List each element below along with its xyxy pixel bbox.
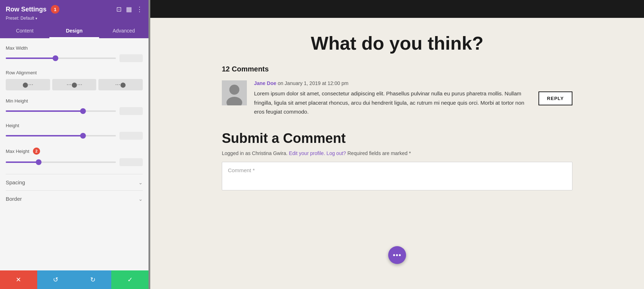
min-height-label: Min Height bbox=[6, 98, 143, 104]
tabs-bar: Content Design Advanced bbox=[0, 24, 148, 38]
max-height-thumb[interactable] bbox=[36, 159, 42, 165]
preset-chevron[interactable]: ▾ bbox=[35, 16, 37, 20]
comment-meta: Jane Doe on January 1, 2019 at 12:00 pm bbox=[254, 80, 531, 86]
height-label: Height bbox=[6, 123, 143, 128]
spacing-label: Spacing bbox=[6, 179, 25, 185]
submit-comment-title: Submit a Comment bbox=[222, 131, 572, 146]
height-value[interactable]: auto bbox=[119, 132, 143, 140]
alignment-buttons: ⬤⋯ ⋯⬤⋯ ⋯⬤ bbox=[6, 79, 143, 90]
height-fill bbox=[6, 135, 83, 136]
reply-button[interactable]: REPLY bbox=[538, 91, 572, 105]
height-thumb[interactable] bbox=[80, 133, 86, 139]
fab-button[interactable]: ••• bbox=[388, 246, 406, 264]
min-height-section: Min Height auto bbox=[6, 98, 143, 115]
max-height-slider-row: 500px bbox=[6, 158, 143, 166]
min-height-value[interactable]: auto bbox=[119, 107, 143, 115]
max-width-slider-row: 1080px bbox=[6, 54, 143, 62]
max-height-track[interactable] bbox=[6, 161, 116, 163]
redo-icon: ↻ bbox=[90, 276, 96, 284]
required-text: Required fields are marked * bbox=[347, 150, 411, 156]
comment-block: Jane Doe on January 1, 2019 at 12:00 pm … bbox=[222, 80, 572, 116]
redo-button[interactable]: ↻ bbox=[74, 270, 112, 289]
align-left-button[interactable]: ⬤⋯ bbox=[6, 79, 50, 90]
preset-label: Preset: Default ▾ bbox=[6, 16, 143, 21]
svg-point-1 bbox=[229, 85, 239, 95]
comments-count: 12 Comments bbox=[222, 65, 572, 73]
save-button[interactable]: ✓ bbox=[111, 270, 148, 289]
more-icon[interactable]: ⋮ bbox=[136, 5, 143, 13]
border-label: Border bbox=[6, 196, 22, 202]
height-section: Height auto bbox=[6, 123, 143, 140]
undo-button[interactable]: ↺ bbox=[37, 270, 74, 289]
avatar bbox=[222, 80, 247, 105]
spacing-chevron-icon: ⌄ bbox=[138, 180, 143, 185]
comment-text: Lorem ipsum dolor sit amet, consectetur … bbox=[254, 89, 531, 116]
fab-dots-icon: ••• bbox=[393, 251, 401, 259]
comment-placeholder: Comment * bbox=[228, 167, 255, 173]
max-width-section: Max Width 1080px bbox=[6, 45, 143, 62]
panel-title: Row Settings bbox=[6, 6, 47, 13]
max-width-track[interactable] bbox=[6, 58, 116, 59]
max-height-label: Max Height 2 bbox=[6, 148, 143, 155]
panel-header: Row Settings 1 ⊡ ▦ ⋮ Preset: Default ▾ bbox=[0, 0, 148, 24]
align-right-button[interactable]: ⋯⬤ bbox=[98, 79, 143, 90]
tab-content[interactable]: Content bbox=[0, 24, 49, 38]
main-content-area: What do you think? 12 Comments Jane Doe … bbox=[200, 18, 594, 205]
border-section-header[interactable]: Border ⌄ bbox=[6, 190, 143, 207]
min-height-fill bbox=[6, 110, 83, 112]
content-preview: What do you think? 12 Comments Jane Doe … bbox=[150, 0, 644, 289]
page-title: What do you think? bbox=[222, 32, 572, 54]
cancel-button[interactable]: ✕ bbox=[0, 270, 37, 289]
panel-header-icons: ⊡ ▦ ⋮ bbox=[116, 5, 143, 13]
min-height-track[interactable] bbox=[6, 110, 116, 112]
expand-icon[interactable]: ⊡ bbox=[116, 5, 122, 13]
row-alignment-label: Row Alignment bbox=[6, 70, 143, 75]
comment-content: Jane Doe on January 1, 2019 at 12:00 pm … bbox=[254, 80, 531, 116]
min-height-slider-row: auto bbox=[6, 107, 143, 115]
min-height-thumb[interactable] bbox=[80, 108, 86, 114]
comment-textarea[interactable]: Comment * bbox=[222, 162, 572, 190]
log-out-link[interactable]: Log out? bbox=[327, 150, 346, 156]
tab-advanced[interactable]: Advanced bbox=[99, 24, 148, 38]
avatar-image bbox=[222, 80, 247, 105]
badge-2: 2 bbox=[33, 148, 40, 155]
submit-comment-section: Submit a Comment Logged in as Christina … bbox=[222, 131, 572, 190]
max-width-fill bbox=[6, 58, 55, 59]
bottom-toolbar: ✕ ↺ ↻ ✓ bbox=[0, 270, 148, 289]
border-chevron-icon: ⌄ bbox=[138, 196, 143, 202]
height-slider-row: auto bbox=[6, 132, 143, 140]
spacing-section-header[interactable]: Spacing ⌄ bbox=[6, 174, 143, 190]
height-track[interactable] bbox=[6, 135, 116, 136]
max-width-value[interactable]: 1080px bbox=[119, 54, 143, 62]
cancel-icon: ✕ bbox=[16, 276, 21, 284]
tab-design[interactable]: Design bbox=[49, 24, 99, 38]
max-width-thumb[interactable] bbox=[53, 55, 58, 61]
max-height-value[interactable]: 500px bbox=[119, 158, 143, 166]
top-bar bbox=[150, 0, 644, 18]
comment-author[interactable]: Jane Doe bbox=[254, 80, 276, 86]
settings-panel: Row Settings 1 ⊡ ▦ ⋮ Preset: Default ▾ C… bbox=[0, 0, 148, 289]
align-center-button[interactable]: ⋯⬤⋯ bbox=[52, 79, 97, 90]
panel-content: Max Width 1080px Row Alignment ⬤⋯ ⋯⬤⋯ ⋯⬤… bbox=[0, 38, 148, 270]
max-height-section: Max Height 2 500px bbox=[6, 148, 143, 166]
max-width-label: Max Width bbox=[6, 45, 143, 51]
row-alignment-section: Row Alignment ⬤⋯ ⋯⬤⋯ ⋯⬤ bbox=[6, 70, 143, 90]
undo-icon: ↺ bbox=[53, 276, 58, 284]
badge-1: 1 bbox=[51, 5, 59, 14]
edit-profile-link[interactable]: Edit your profile. bbox=[289, 150, 325, 156]
comment-date: on January 1, 2019 at 12:00 pm bbox=[278, 80, 348, 86]
layout-icon[interactable]: ▦ bbox=[126, 5, 132, 13]
logged-in-text: Logged in as Christina Gwira. Edit your … bbox=[222, 150, 572, 156]
max-height-fill bbox=[6, 161, 39, 163]
save-icon: ✓ bbox=[127, 276, 133, 284]
